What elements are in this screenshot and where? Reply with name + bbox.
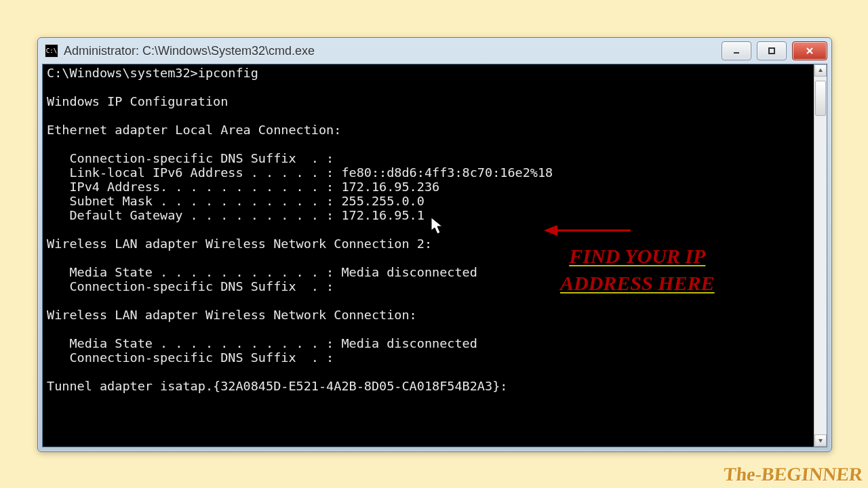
svg-marker-5 — [818, 439, 823, 443]
scrollbar-thumb[interactable] — [815, 81, 826, 116]
cmd-window: C:\ Administrator: C:\Windows\System32\c… — [37, 37, 832, 452]
scrollbar-down-arrow[interactable] — [814, 434, 827, 447]
terminal-client-area: C:\Windows\system32>ipconfig Windows IP … — [42, 64, 827, 447]
vertical-scrollbar[interactable] — [814, 64, 827, 447]
scrollbar-up-arrow[interactable] — [814, 64, 827, 77]
chevron-up-icon — [818, 68, 823, 73]
window-title: Administrator: C:\Windows\System32\cmd.e… — [64, 44, 716, 58]
titlebar[interactable]: C:\ Administrator: C:\Windows\System32\c… — [38, 38, 831, 64]
minimize-button[interactable] — [722, 41, 751, 60]
close-button[interactable] — [792, 41, 827, 60]
maximize-button[interactable] — [757, 41, 787, 60]
cmd-app-icon: C:\ — [45, 44, 58, 58]
svg-rect-1 — [769, 48, 774, 54]
minimize-icon — [732, 46, 741, 56]
close-icon — [805, 46, 814, 56]
cmd-icon-glyph: C:\ — [46, 47, 57, 54]
svg-marker-4 — [818, 68, 823, 72]
watermark: The-BEGINNER — [722, 464, 863, 485]
maximize-icon — [767, 46, 776, 56]
chevron-down-icon — [818, 438, 823, 443]
terminal-output[interactable]: C:\Windows\system32>ipconfig Windows IP … — [43, 64, 814, 447]
